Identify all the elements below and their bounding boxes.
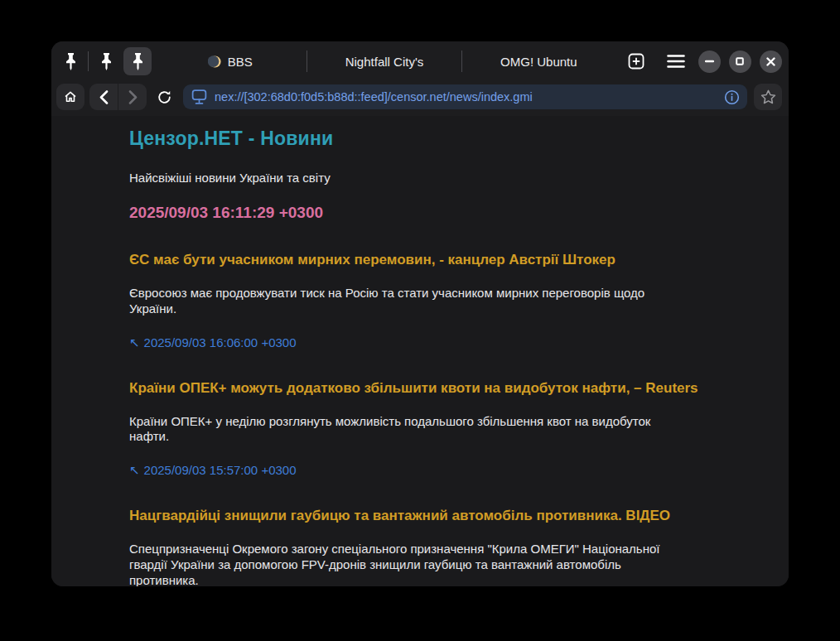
pinned-tab-3-active[interactable] xyxy=(123,47,152,75)
article-headline: Країни ОПЕК+ можуть додатково збільшити … xyxy=(129,380,714,397)
url-bar[interactable]: nex://[302:68d0:f0d5:b88d::feed]/censor.… xyxy=(183,84,747,109)
feed-timestamp-heading: 2025/09/03 16:11:29 +0300 xyxy=(129,204,714,222)
article-link[interactable]: ↖2025/09/03 15:57:00 +0300 xyxy=(129,463,714,478)
navigation-bar: nex://[302:68d0:f0d5:b88d::feed]/censor.… xyxy=(51,81,789,116)
bookmark-button[interactable] xyxy=(754,84,782,110)
browser-window: BBS Nightfall City's OMG! Ubuntu xyxy=(51,41,789,586)
forward-button[interactable] xyxy=(118,84,147,110)
home-icon xyxy=(63,89,78,104)
info-icon xyxy=(724,89,740,105)
northwest-arrow-icon: ↖ xyxy=(129,463,140,478)
star-icon xyxy=(760,89,776,104)
article-link[interactable]: ↖2025/09/03 16:06:00 +0300 xyxy=(129,335,714,350)
article-summary: Спецпризначенці Окремого загону спеціаль… xyxy=(129,542,676,586)
maximize-button[interactable] xyxy=(729,51,751,73)
home-button[interactable] xyxy=(56,84,84,110)
tab-nightfall-citys[interactable]: Nightfall City's xyxy=(307,41,461,81)
maximize-icon xyxy=(736,57,744,65)
new-tab-button[interactable] xyxy=(622,47,650,75)
pinned-tab-separator xyxy=(88,51,89,71)
tab-omg-ubuntu[interactable]: OMG! Ubuntu xyxy=(462,41,616,81)
pin-icon xyxy=(65,53,77,70)
moon-icon xyxy=(208,55,222,69)
northwest-arrow-icon: ↖ xyxy=(129,335,140,350)
article-headline: ЄС має бути учасником мирних перемовин, … xyxy=(129,252,714,268)
article-link-label: 2025/09/03 16:06:00 +0300 xyxy=(144,335,297,349)
tab-label: OMG! Ubuntu xyxy=(500,55,577,69)
minimize-button[interactable] xyxy=(698,51,721,73)
news-article: Нацгвардійці знищили гаубицю та вантажни… xyxy=(129,508,714,586)
article-summary: Країни ОПЕК+ у неділю розглянуть можливі… xyxy=(129,414,676,446)
back-button[interactable] xyxy=(89,84,118,110)
pin-icon xyxy=(132,53,144,70)
history-button-group xyxy=(89,84,147,110)
reload-button[interactable] xyxy=(150,84,178,110)
news-article: ЄС має бути учасником мирних перемовин, … xyxy=(129,252,714,350)
monitor-icon xyxy=(191,89,208,105)
tab-bbs[interactable]: BBS xyxy=(153,41,307,81)
page-title: Цензор.НЕТ - Новини xyxy=(129,128,714,150)
tab-bar: BBS Nightfall City's OMG! Ubuntu xyxy=(51,41,789,81)
chevron-right-icon xyxy=(128,90,138,104)
article-headline: Нацгвардійці знищили гаубицю та вантажни… xyxy=(129,508,714,524)
pin-icon xyxy=(100,53,113,70)
page-info-button[interactable] xyxy=(724,89,740,105)
close-icon xyxy=(766,57,775,66)
news-article: Країни ОПЕК+ можуть додатково збільшити … xyxy=(129,380,714,479)
minimize-icon xyxy=(705,60,714,63)
article-summary: Євросоюз має продовжувати тиск на Росію … xyxy=(129,286,676,317)
chevron-left-icon xyxy=(99,90,109,104)
tab-label: BBS xyxy=(228,55,253,69)
pinned-tab-2[interactable] xyxy=(92,47,120,75)
reload-icon xyxy=(157,89,172,105)
hamburger-icon xyxy=(667,54,685,69)
url-text[interactable]: nex://[302:68d0:f0d5:b88d::feed]/censor.… xyxy=(215,90,724,104)
close-button[interactable] xyxy=(760,51,782,73)
pinned-tab-1[interactable] xyxy=(56,47,84,75)
page-subtitle: Найсвіжіші новини України та світу xyxy=(129,171,714,185)
new-tab-icon xyxy=(628,53,644,70)
menu-button[interactable] xyxy=(662,47,690,75)
page-content: Цензор.НЕТ - Новини Найсвіжіші новини Ук… xyxy=(51,116,789,586)
tab-label: Nightfall City's xyxy=(345,55,424,69)
article-link-label: 2025/09/03 15:57:00 +0300 xyxy=(144,463,297,477)
